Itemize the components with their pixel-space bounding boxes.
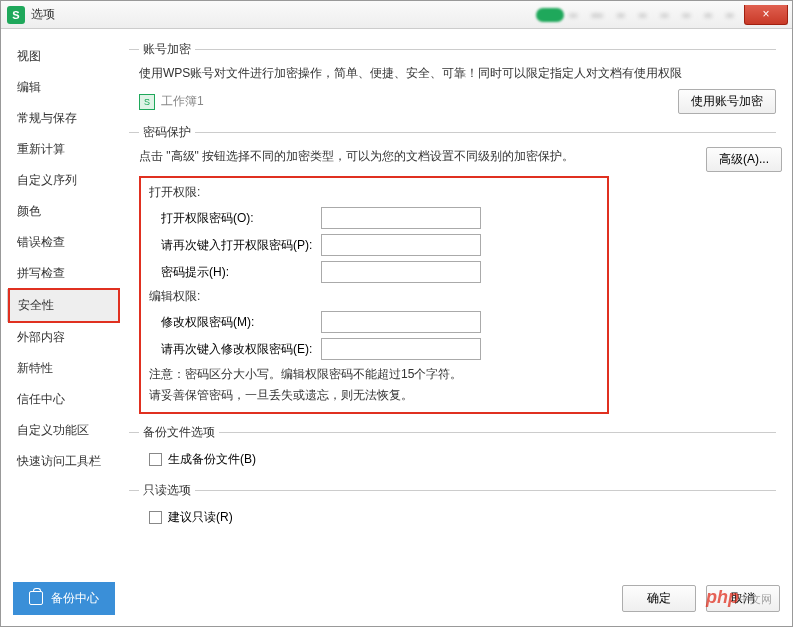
content-pane: 账号加密 使用WPS账号对文件进行加密操作，简单、便捷、安全、可靠！同时可以限定… — [119, 35, 786, 564]
backup-icon — [29, 591, 43, 605]
blur-pill — [536, 8, 564, 22]
edit-password-confirm-label: 请再次键入修改权限密码(E): — [161, 341, 321, 358]
backup-options-legend: 备份文件选项 — [139, 424, 219, 441]
sidebar-item-recalc[interactable]: 重新计算 — [7, 134, 119, 165]
account-encrypt-group: 账号加密 使用WPS账号对文件进行加密操作，简单、便捷、安全、可靠！同时可以限定… — [129, 41, 776, 116]
open-password-input[interactable] — [321, 207, 481, 229]
close-icon: × — [762, 7, 769, 21]
sidebar: 视图 编辑 常规与保存 重新计算 自定义序列 颜色 错误检查 拼写检查 安全性 … — [7, 35, 119, 564]
titlebar: S 选项 ▪▪▪▪▪▪▪▪▪▪▪▪▪▪▪▪▪ × — [1, 1, 792, 29]
sidebar-item-trust-center[interactable]: 信任中心 — [7, 384, 119, 415]
sidebar-item-security[interactable]: 安全性 — [7, 289, 119, 322]
sidebar-item-new-features[interactable]: 新特性 — [7, 353, 119, 384]
suggest-readonly-label: 建议只读(R) — [168, 509, 233, 526]
sidebar-item-external[interactable]: 外部内容 — [7, 322, 119, 353]
close-button[interactable]: × — [744, 5, 788, 25]
open-password-confirm-label: 请再次键入打开权限密码(P): — [161, 237, 321, 254]
password-protect-legend: 密码保护 — [139, 124, 195, 141]
advanced-button[interactable]: 高级(A)... — [706, 147, 782, 172]
password-note-1: 注意：密码区分大小写。编辑权限密码不能超过15个字符。 — [149, 365, 599, 384]
footer: 备份中心 确定 取消 php中文网 — [1, 570, 792, 626]
open-password-label: 打开权限密码(O): — [161, 210, 321, 227]
cancel-button[interactable]: 取消 — [706, 585, 780, 612]
generate-backup-label: 生成备份文件(B) — [168, 451, 256, 468]
sidebar-item-color[interactable]: 颜色 — [7, 196, 119, 227]
account-encrypt-legend: 账号加密 — [139, 41, 195, 58]
dialog-body: 视图 编辑 常规与保存 重新计算 自定义序列 颜色 错误检查 拼写检查 安全性 … — [1, 29, 792, 570]
edit-permission-label: 编辑权限: — [149, 288, 599, 305]
options-window: S 选项 ▪▪▪▪▪▪▪▪▪▪▪▪▪▪▪▪▪ × 视图 编辑 常规与保存 重新计… — [0, 0, 793, 627]
sidebar-item-error-check[interactable]: 错误检查 — [7, 227, 119, 258]
sidebar-item-edit[interactable]: 编辑 — [7, 72, 119, 103]
blurred-menu: ▪▪▪▪▪▪▪▪▪▪▪▪▪▪▪▪▪ — [570, 9, 734, 21]
ok-button[interactable]: 确定 — [622, 585, 696, 612]
sidebar-item-custom-ribbon[interactable]: 自定义功能区 — [7, 415, 119, 446]
open-password-confirm-input[interactable] — [321, 234, 481, 256]
edit-password-confirm-input[interactable] — [321, 338, 481, 360]
password-hint-label: 密码提示(H): — [161, 264, 321, 281]
backup-options-group: 备份文件选项 生成备份文件(B) — [129, 424, 776, 474]
backup-center-button[interactable]: 备份中心 — [13, 582, 115, 615]
workbook-icon: S — [139, 94, 155, 110]
readonly-legend: 只读选项 — [139, 482, 195, 499]
open-permission-label: 打开权限: — [149, 184, 599, 201]
sidebar-item-quick-access[interactable]: 快速访问工具栏 — [7, 446, 119, 477]
backup-center-label: 备份中心 — [51, 590, 99, 607]
workbook-name: 工作簿1 — [161, 93, 672, 110]
app-logo-icon: S — [7, 6, 25, 24]
sidebar-item-custom-list[interactable]: 自定义序列 — [7, 165, 119, 196]
password-hint-input[interactable] — [321, 261, 481, 283]
account-encrypt-desc: 使用WPS账号对文件进行加密操作，简单、便捷、安全、可靠！同时可以限定指定人对文… — [139, 64, 776, 83]
use-account-encrypt-button[interactable]: 使用账号加密 — [678, 89, 776, 114]
readonly-group: 只读选项 建议只读(R) — [129, 482, 776, 532]
password-highlight-box: 打开权限: 打开权限密码(O): 请再次键入打开权限密码(P): 密码提示(H)… — [139, 176, 609, 413]
edit-password-label: 修改权限密码(M): — [161, 314, 321, 331]
sidebar-item-general-save[interactable]: 常规与保存 — [7, 103, 119, 134]
password-protect-desc: 点击 "高级" 按钮选择不同的加密类型，可以为您的文档设置不同级别的加密保护。 — [139, 147, 696, 166]
password-note-2: 请妥善保管密码，一旦丢失或遗忘，则无法恢复。 — [149, 386, 599, 405]
sidebar-item-spell-check[interactable]: 拼写检查 — [7, 258, 119, 289]
suggest-readonly-checkbox[interactable] — [149, 511, 162, 524]
generate-backup-checkbox[interactable] — [149, 453, 162, 466]
sidebar-item-view[interactable]: 视图 — [7, 41, 119, 72]
window-title: 选项 — [31, 6, 536, 23]
password-protect-group: 密码保护 点击 "高级" 按钮选择不同的加密类型，可以为您的文档设置不同级别的加… — [129, 124, 776, 415]
edit-password-input[interactable] — [321, 311, 481, 333]
